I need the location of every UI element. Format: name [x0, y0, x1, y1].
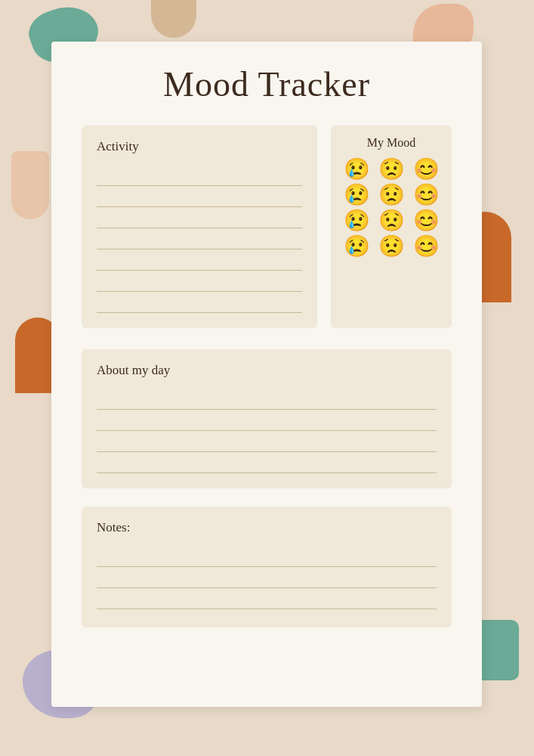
notes-line-3	[97, 588, 437, 609]
about-section: About my day	[82, 349, 452, 488]
emoji-12[interactable]: 😊	[413, 236, 440, 257]
about-label: About my day	[97, 363, 437, 378]
about-line-2	[97, 410, 437, 431]
emoji-9[interactable]: 😊	[413, 210, 440, 231]
emoji-3[interactable]: 😊	[413, 159, 440, 180]
activity-line-2	[97, 186, 302, 207]
notes-section: Notes:	[82, 507, 452, 627]
notes-line-2	[97, 567, 437, 588]
activity-line-3	[97, 207, 302, 228]
bg-shape-peach-mid-left	[11, 151, 49, 219]
emoji-11[interactable]: 😟	[378, 236, 405, 257]
emoji-8[interactable]: 😟	[378, 210, 405, 231]
emoji-5[interactable]: 😟	[378, 184, 405, 206]
activity-line-4	[97, 228, 302, 249]
emoji-grid: 😢 😟 😊 😢 😟 😊 😢 😟 😊 😢 😟 😊	[341, 159, 441, 257]
emoji-10[interactable]: 😢	[344, 236, 370, 257]
bg-shape-sand-top	[151, 0, 196, 38]
about-lines	[97, 389, 437, 473]
emoji-7[interactable]: 😢	[344, 210, 370, 231]
emoji-6[interactable]: 😊	[413, 184, 440, 206]
notes-label: Notes:	[97, 520, 437, 535]
page-title: Mood Tracker	[82, 64, 452, 104]
about-line-1	[97, 389, 437, 410]
mood-box: My Mood 😢 😟 😊 😢 😟 😊 😢 😟 😊 😢 😟 😊	[331, 125, 452, 328]
activity-line-7	[97, 292, 302, 313]
emoji-1[interactable]: 😢	[344, 159, 370, 180]
top-section: Activity My Mood 😢 😟 😊 😢 😟 😊 😢	[82, 125, 452, 328]
about-line-4	[97, 452, 437, 473]
about-line-3	[97, 431, 437, 452]
activity-line-6	[97, 271, 302, 292]
activity-box: Activity	[82, 125, 317, 328]
activity-line-1	[97, 165, 302, 186]
emoji-4[interactable]: 😢	[344, 184, 370, 206]
paper-card: Mood Tracker Activity My Mood 😢 😟 😊	[51, 42, 482, 707]
notes-line-1	[97, 546, 437, 567]
notes-lines	[97, 546, 437, 609]
emoji-2[interactable]: 😟	[378, 159, 405, 180]
mood-title: My Mood	[341, 136, 441, 150]
activity-lines	[97, 165, 302, 313]
activity-line-5	[97, 249, 302, 271]
activity-label: Activity	[97, 139, 302, 154]
